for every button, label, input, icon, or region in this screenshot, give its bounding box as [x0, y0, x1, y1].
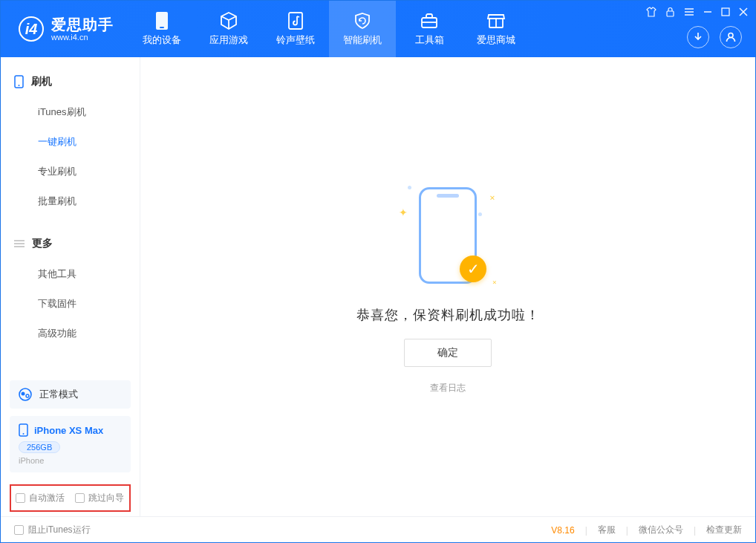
checkbox-box: [75, 493, 85, 503]
success-illustration: ✦ + + ✓: [388, 180, 507, 291]
checkbox-label: 阻止iTunes运行: [28, 524, 91, 536]
svg-point-23: [26, 394, 29, 397]
checkbox-box: [16, 493, 25, 503]
footer-link-support[interactable]: 客服: [598, 524, 616, 536]
nav-my-device[interactable]: 我的设备: [128, 1, 195, 57]
user-button[interactable]: [720, 26, 742, 48]
checkbox-box: [14, 525, 24, 535]
sidebar-item-download-firmware[interactable]: 下载固件: [1, 289, 140, 319]
nav-label: 智能刷机: [343, 33, 382, 47]
list-icon: [14, 239, 25, 248]
sidebar-section-flash: 刷机 iTunes刷机 一键刷机 专业刷机 批量刷机: [1, 57, 140, 219]
nav-ringtone-wallpaper[interactable]: 铃声壁纸: [262, 1, 329, 57]
sidebar-item-oneclick-flash[interactable]: 一键刷机: [1, 127, 140, 157]
nav-toolbox[interactable]: 工具箱: [396, 1, 463, 57]
checkbox-block-itunes[interactable]: 阻止iTunes运行: [14, 524, 91, 536]
nav-label: 爱思商城: [477, 33, 515, 47]
status-box[interactable]: 正常模式: [10, 380, 131, 409]
svg-point-25: [23, 433, 25, 435]
sidebar-list-more: 其他工具 下载固件 高级功能: [1, 256, 140, 351]
device-phone-icon: [19, 423, 28, 437]
checkbox-auto-activate[interactable]: 自动激活: [16, 492, 65, 504]
minimize-icon[interactable]: [703, 7, 712, 16]
svg-point-22: [22, 392, 25, 396]
footer-link-update[interactable]: 检查更新: [706, 524, 742, 536]
sidebar-section-more: 更多 其他工具 下载固件 高级功能: [1, 219, 140, 351]
close-icon[interactable]: [739, 7, 748, 16]
store-icon: [486, 11, 506, 30]
top-nav: 我的设备 应用游戏 铃声壁纸 智能刷机 工具箱 爱思商城: [128, 1, 529, 57]
sidebar-list-flash: iTunes刷机 一键刷机 专业刷机 批量刷机: [1, 94, 140, 219]
device-name: iPhone XS Max: [34, 425, 103, 436]
download-button[interactable]: [687, 26, 709, 48]
body-area: 刷机 iTunes刷机 一键刷机 专业刷机 批量刷机 更多 其他工具 下载固件 …: [1, 57, 755, 516]
window-controls: [646, 7, 748, 17]
main-content: ✦ + + ✓ 恭喜您，保资料刷机成功啦！ 确定 查看日志: [140, 57, 755, 516]
maximize-icon[interactable]: [721, 7, 730, 16]
header-buttons: [687, 26, 742, 48]
sparkle-icon: +: [489, 277, 499, 287]
divider: |: [585, 525, 587, 536]
sidebar-header-more: 更多: [1, 231, 140, 256]
nav-smart-flash[interactable]: 智能刷机: [329, 1, 396, 57]
menu-icon[interactable]: [684, 7, 694, 16]
dot-icon: [408, 186, 411, 189]
app-name: 爱思助手: [51, 16, 114, 33]
device-icon: [152, 11, 172, 30]
sidebar: 刷机 iTunes刷机 一键刷机 专业刷机 批量刷机 更多 其他工具 下载固件 …: [1, 57, 140, 516]
svg-point-15: [729, 33, 733, 38]
nav-apps-games[interactable]: 应用游戏: [195, 1, 262, 57]
nav-label: 我的设备: [143, 33, 181, 47]
footer: 阻止iTunes运行 V8.16 | 客服 | 微信公众号 | 检查更新: [1, 516, 755, 543]
svg-point-17: [19, 85, 20, 86]
sparkle-icon: +: [486, 191, 498, 204]
sidebar-item-other-tools[interactable]: 其他工具: [1, 259, 140, 289]
success-message: 恭喜您，保资料刷机成功啦！: [356, 306, 540, 324]
toolbox-icon: [420, 11, 439, 30]
section-title: 更多: [32, 237, 53, 250]
svg-rect-7: [667, 11, 674, 16]
refresh-shield-icon: [353, 11, 372, 30]
logo-icon: i4: [19, 16, 44, 42]
divider: |: [694, 525, 696, 536]
sidebar-item-batch-flash[interactable]: 批量刷机: [1, 186, 140, 216]
spacer: [1, 351, 140, 376]
dot-icon: [478, 212, 482, 216]
nav-label: 铃声壁纸: [276, 33, 315, 47]
nav-store[interactable]: 爱思商城: [463, 1, 529, 57]
section-title: 刷机: [31, 75, 52, 88]
footer-link-wechat[interactable]: 微信公众号: [639, 524, 683, 536]
device-name-row: iPhone XS Max: [19, 423, 122, 437]
logo-area: i4 爱思助手 www.i4.cn: [1, 16, 128, 42]
view-log-link[interactable]: 查看日志: [430, 382, 466, 394]
status-mode: 正常模式: [39, 388, 78, 401]
checkbox-label: 跳过向导: [88, 492, 124, 504]
version-label: V8.16: [551, 525, 574, 536]
device-type: iPhone: [19, 456, 122, 465]
app-url: www.i4.cn: [51, 33, 114, 42]
options-row: 自动激活 跳过向导: [10, 484, 131, 512]
device-storage: 256GB: [19, 441, 60, 453]
nav-label: 工具箱: [415, 33, 444, 47]
sidebar-item-itunes-flash[interactable]: iTunes刷机: [1, 97, 140, 127]
lock-icon[interactable]: [665, 7, 675, 17]
sidebar-item-advanced[interactable]: 高级功能: [1, 319, 140, 348]
logo-text: 爱思助手 www.i4.cn: [51, 16, 114, 42]
svg-rect-12: [722, 8, 729, 16]
header: i4 爱思助手 www.i4.cn 我的设备 应用游戏 铃声壁纸 智能刷机 工具…: [1, 1, 755, 57]
shirt-icon[interactable]: [646, 7, 656, 17]
footer-right: V8.16 | 客服 | 微信公众号 | 检查更新: [551, 524, 742, 536]
sidebar-item-pro-flash[interactable]: 专业刷机: [1, 157, 140, 186]
device-box[interactable]: iPhone XS Max 256GB iPhone: [10, 416, 131, 472]
music-note-icon: [286, 11, 305, 30]
sidebar-header-flash: 刷机: [1, 69, 140, 94]
divider: |: [626, 525, 628, 536]
nav-label: 应用游戏: [209, 33, 248, 47]
status-icon: [19, 388, 32, 401]
confirm-button[interactable]: 确定: [404, 339, 492, 367]
checkbox-label: 自动激活: [29, 492, 65, 504]
checkbox-skip-wizard[interactable]: 跳过向导: [75, 492, 124, 504]
success-check-icon: ✓: [460, 256, 486, 282]
phone-small-icon: [14, 75, 24, 88]
svg-rect-2: [289, 13, 302, 29]
